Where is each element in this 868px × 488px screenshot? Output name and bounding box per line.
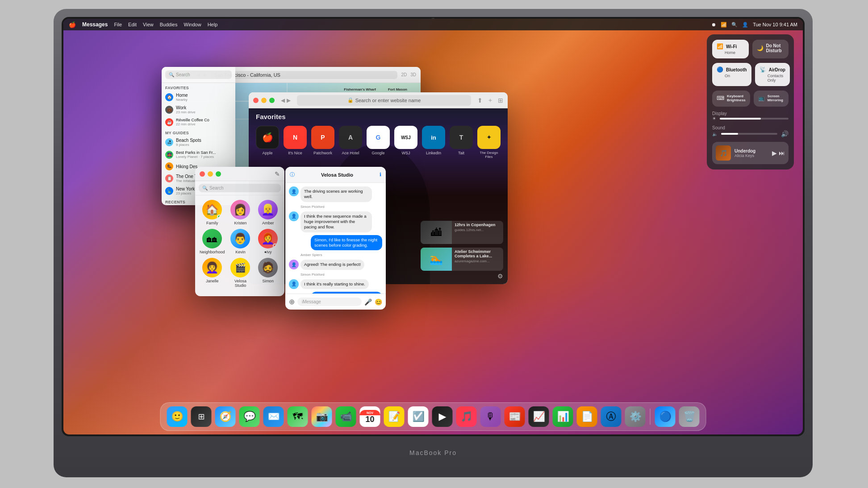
maps-3d-btn[interactable]: 3D [410,72,416,77]
sound-label: Sound [712,125,789,130]
maps-guide-parks[interactable]: 🌉 Best Parks in San Fr... Lonely Planet … [162,149,235,161]
cc-airdrop-tile[interactable]: 📡 AirDrop Contacts Only [755,63,790,86]
user-icon[interactable]: 👤 [742,22,748,28]
maps-guide-beach[interactable]: 🏖 Beach Spots 9 places [162,136,235,149]
cc-music-tile[interactable]: 🎵 Underdog Alicia Keys ▶ ⏭ [712,142,789,164]
safari-close-button[interactable] [253,98,259,103]
contact-neighborhood[interactable]: 🏘 Neighborhood [200,229,225,254]
safari-share[interactable]: ⬆ [477,97,483,104]
music-play-icon[interactable]: ▶ [772,149,777,157]
fav-design[interactable]: ✦ The Design Files [477,126,501,159]
contact-velosa[interactable]: 🎬 Velosa Studio [229,258,253,288]
fav-ace[interactable]: A Ace Hotel [339,126,362,159]
maps-fav-coffee[interactable]: ☕ Réveille Coffee Co 22 min drive [162,116,235,128]
apple-menu[interactable]: 🍎 [69,21,76,28]
dock-podcasts[interactable]: 🎙 [480,406,501,427]
dock-facetime[interactable]: 📹 [336,406,356,427]
dock-stocks[interactable]: 📈 [529,406,549,427]
dock-maps[interactable]: 🗺 [288,406,308,427]
cc-keyboard-tile[interactable]: ⌨ Keyboard Brightness [712,91,750,107]
dock-reminders[interactable]: ☑️ [408,406,429,427]
dock-appstore[interactable]: Ⓐ [601,406,622,427]
chat-detail-icon[interactable]: ℹ [380,172,381,178]
link-card-2[interactable]: 🏊 Atelier Schwimmer Completes a Lake... … [421,248,503,271]
menu-file[interactable]: File [114,22,122,27]
dock-trash[interactable]: 🗑️ [679,406,700,427]
maps-fav-work[interactable]: 💼 Work 23 min drive [162,103,235,116]
dock-launchpad[interactable]: ⊞ [191,406,212,427]
screen-record-icon[interactable]: ⏺ [711,22,716,27]
safari-minimize-button[interactable] [261,98,267,103]
search-icon[interactable]: 🔍 [731,22,738,28]
safari-maximize-button[interactable] [269,98,275,103]
dock-syspref[interactable]: ⚙️ [625,406,646,427]
dock-pages[interactable]: 📄 [577,406,597,427]
safari-forward[interactable]: ▶ [287,97,291,103]
sound-slider[interactable] [721,133,777,135]
cc-screen-tile[interactable]: 📺 Screen Mirroring [754,91,789,107]
music-next-icon[interactable]: ⏭ [779,149,785,157]
contact-ivy[interactable]: 👩‍🦰 ●Ivy [256,229,280,254]
messages-search-field[interactable]: 🔍 Search [199,184,281,192]
dock-finder[interactable]: 🙂 [167,406,188,427]
chat-app-icon[interactable]: ⊕ [289,298,295,306]
dock-notes[interactable]: 📝 [384,406,405,427]
cc-bluetooth-tile[interactable]: 🔵 Bluetooth On [712,63,751,86]
dock-calendar[interactable]: NOV 10 [360,406,380,427]
dock-photos[interactable]: 📷 [312,406,332,427]
msg-close-button[interactable] [200,171,205,177]
fav-google[interactable]: G Google [367,126,390,159]
fav-wsj[interactable]: WSJ WSJ [394,126,417,159]
kevin-avatar: 👨 [230,229,250,248]
menu-help[interactable]: Help [208,22,218,27]
safari-address-bar[interactable]: 🔒 Search or enter website name [297,95,471,106]
fav-tait[interactable]: T Tait [450,126,473,159]
chat-input[interactable]: iMessage [297,298,362,306]
contact-family[interactable]: 🏠 Family [200,200,225,225]
dock-mail[interactable]: ✉️ [263,406,284,427]
link-card-1[interactable]: 🏙 12hrs in Copenhagen guides.12hrs.net..… [421,221,503,244]
contact-simon[interactable]: 🧔 Simon [256,258,280,288]
safari-tab-overview[interactable]: ⊞ [498,97,503,104]
cc-dnd-tile[interactable]: 🌙 Do Not Disturb [752,40,789,58]
fav-patchwork[interactable]: P Patchwork [311,126,334,159]
display-slider[interactable] [720,118,789,120]
dock-music[interactable]: 🎵 [456,406,477,427]
safari-add-tab[interactable]: ＋ [487,96,493,104]
menu-buddies[interactable]: Buddies [160,22,178,27]
contact-kristen[interactable]: 👩 Kristen [229,200,253,225]
menu-window[interactable]: Window [184,22,201,27]
contact-kevin[interactable]: 👨 Kevin [229,229,253,254]
menu-edit[interactable]: Edit [128,22,137,27]
maps-fav-home[interactable]: 🏠 Home Nearby [162,91,235,103]
chat-info-icon[interactable]: ⓘ [290,171,295,178]
app-name[interactable]: Messages [82,21,108,28]
dock-siri[interactable]: 🔵 [655,406,676,427]
janelle-emoji: 👩‍🦱 [205,261,219,274]
audio-icon[interactable]: 🎤 [364,298,372,306]
maps-search-field[interactable]: 🔍 Search [165,70,232,79]
dock-numbers[interactable]: 📊 [553,406,573,427]
compose-icon[interactable]: ✎ [275,170,280,178]
cc-airdrop-header: 📡 AirDrop [760,66,785,73]
podcasts-icon: 🎙 [486,411,496,422]
fav-apple[interactable]: 🍎 Apple [256,126,279,159]
contact-janelle[interactable]: 👩‍🦱 Janelle [200,258,225,288]
dock-safari[interactable]: 🧭 [215,406,236,427]
wifi-icon[interactable]: 📶 [721,22,727,28]
slider-icon[interactable]: ⚙ [497,273,503,280]
cc-wifi-tile[interactable]: 📶 Wi-Fi Home [712,40,749,58]
menu-bar-right: ⏺ 📶 🔍 👤 Tue Nov 10 9:41 AM [711,22,797,28]
msg-minimize-button[interactable] [208,171,213,177]
fav-linkedin[interactable]: in LinkedIn [422,126,445,159]
fav-nice[interactable]: N It's Nice [284,126,307,159]
maps-2d-btn[interactable]: 2D [401,72,407,77]
menu-view[interactable]: View [143,22,154,27]
dock-appletv[interactable]: ▶ [432,406,453,427]
msg-maximize-button[interactable] [216,171,221,177]
contact-amber[interactable]: 👱‍♀ Amber [256,200,280,225]
safari-back[interactable]: ◀ [281,97,285,103]
dock-messages[interactable]: 💬 [239,406,260,427]
emoji-icon[interactable]: 😊 [375,298,382,306]
dock-news[interactable]: 📰 [505,406,525,427]
